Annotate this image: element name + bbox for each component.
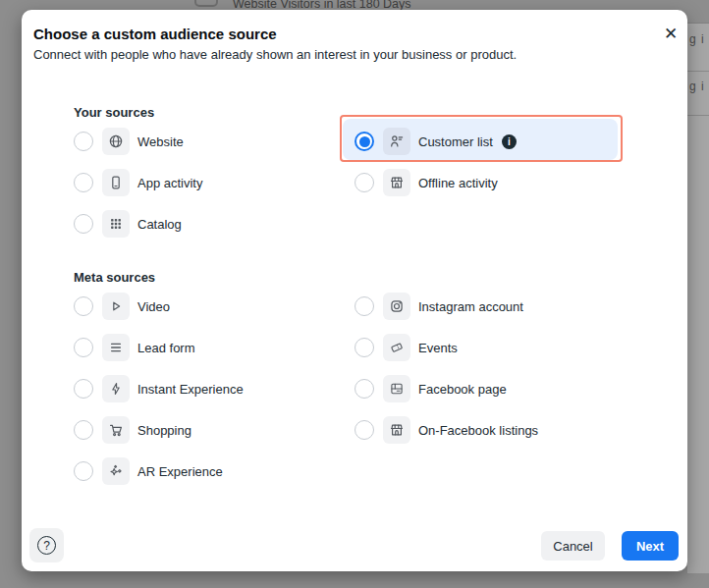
radio-video[interactable]: [74, 296, 93, 316]
next-button[interactable]: Next: [622, 531, 679, 561]
source-row-instant-experience[interactable]: Instant Experience: [74, 375, 244, 402]
source-row-video[interactable]: Video: [74, 293, 170, 320]
backdrop-row-text: g i: [689, 80, 705, 93]
source-row-offline-activity[interactable]: Offline activity: [354, 169, 498, 196]
radio-catalog[interactable]: [74, 214, 93, 234]
radio-app-activity[interactable]: [74, 173, 93, 192]
question-icon: ?: [37, 536, 56, 555]
backdrop-table-edge: g i g i: [687, 23, 709, 573]
source-label: Offline activity: [418, 176, 498, 190]
list-lines-icon: [102, 334, 130, 361]
backdrop-row-divider: [687, 71, 709, 72]
source-row-website[interactable]: Website: [74, 128, 184, 155]
radio-customer-list-selected[interactable]: [354, 132, 374, 151]
sparkles-icon: [102, 457, 130, 485]
radio-shopping[interactable]: [74, 420, 93, 440]
section-heading-meta-sources: Meta sources: [74, 270, 155, 285]
source-row-catalog[interactable]: Catalog: [74, 210, 182, 238]
source-label: Facebook page: [418, 382, 507, 397]
source-label: Video: [137, 299, 170, 314]
source-row-instagram-account[interactable]: Instagram account: [354, 293, 523, 320]
customer-list-icon: [383, 128, 410, 155]
source-label: Lead form: [137, 341, 195, 355]
modal-subtitle: Connect with people who have already sho…: [33, 47, 517, 62]
source-label: On-Facebook listings: [418, 423, 538, 438]
backdrop-account-icon: [194, 0, 218, 7]
grid-icon: [102, 210, 130, 238]
mobile-icon: [102, 169, 130, 196]
storefront-icon: [383, 169, 410, 196]
source-row-app-activity[interactable]: App activity: [74, 169, 202, 196]
source-row-customer-list[interactable]: Customer list i: [354, 128, 517, 155]
backdrop-row-divider: [687, 115, 709, 116]
globe-icon: [102, 128, 130, 155]
lightning-icon: [102, 375, 130, 402]
source-row-on-facebook-listings[interactable]: On-Facebook listings: [354, 416, 538, 444]
radio-ar-experience[interactable]: [74, 461, 93, 481]
radio-instant-experience[interactable]: [74, 379, 93, 399]
radio-website[interactable]: [74, 132, 93, 151]
modal-title: Choose a custom audience source: [33, 26, 277, 42]
source-row-lead-form[interactable]: Lead form: [74, 334, 195, 361]
ticket-icon: [383, 334, 410, 361]
radio-events[interactable]: [354, 338, 374, 357]
radio-offline-activity[interactable]: [354, 173, 374, 192]
instagram-icon: [383, 293, 410, 320]
source-row-shopping[interactable]: Shopping: [74, 416, 191, 444]
radio-facebook-page[interactable]: [354, 379, 374, 399]
source-label: App activity: [137, 176, 202, 190]
source-label: AR Experience: [137, 464, 223, 479]
source-label: Instagram account: [418, 299, 523, 314]
source-label: Customer list: [418, 134, 493, 149]
source-label: Instant Experience: [137, 382, 244, 397]
backdrop-row-text: g i: [689, 32, 705, 46]
screen: Website Visitors in last 180 Days g i g …: [0, 0, 709, 588]
source-row-events[interactable]: Events: [354, 334, 458, 361]
play-icon: [102, 293, 130, 320]
custom-audience-source-modal: Choose a custom audience source Connect …: [22, 10, 687, 571]
source-label: Website: [137, 134, 184, 149]
radio-lead-form[interactable]: [74, 338, 93, 357]
cancel-button[interactable]: Cancel: [541, 531, 605, 561]
source-row-ar-experience[interactable]: AR Experience: [74, 457, 223, 485]
source-label: Shopping: [137, 423, 191, 438]
close-icon[interactable]: ✕: [657, 20, 684, 47]
help-button[interactable]: ?: [29, 528, 64, 562]
radio-instagram-account[interactable]: [354, 296, 374, 316]
source-row-facebook-page[interactable]: Facebook page: [354, 375, 507, 402]
source-label: Catalog: [137, 217, 182, 232]
source-label: Events: [418, 341, 458, 355]
radio-on-facebook-listings[interactable]: [354, 420, 374, 440]
page-flag-icon: [383, 375, 410, 402]
section-heading-your-sources: Your sources: [74, 105, 154, 120]
cart-icon: [102, 416, 130, 444]
info-icon[interactable]: i: [502, 134, 517, 149]
storefront-icon: [383, 416, 410, 444]
